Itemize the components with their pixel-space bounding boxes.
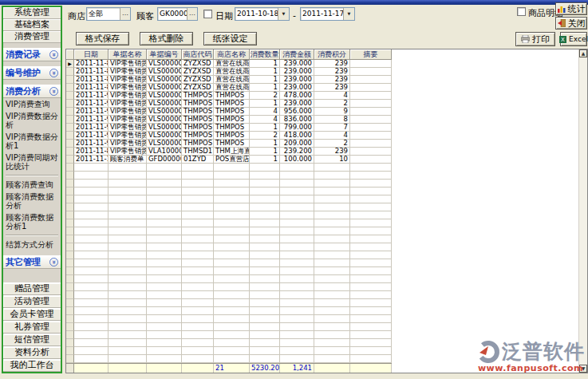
table-row[interactable] — [66, 315, 392, 323]
row-selector[interactable] — [66, 251, 74, 259]
row-selector[interactable]: ▶ — [66, 60, 74, 68]
table-row[interactable] — [66, 283, 392, 291]
row-selector[interactable] — [66, 195, 74, 203]
table-row[interactable] — [66, 235, 392, 243]
sidebar-item-customer-consume-query[interactable]: 顾客消费查询 — [3, 179, 61, 191]
chevron-collapse-icon[interactable]: » — [49, 258, 58, 266]
table-row[interactable]: 2011-11-8VIP零售销货VLS000001ZYZXSD直营在线商店123… — [66, 68, 392, 76]
format-save-button[interactable]: 格式保存 — [76, 32, 129, 45]
format-delete-button[interactable]: 格式删除 — [140, 32, 193, 45]
row-selector[interactable] — [66, 108, 74, 116]
row-selector[interactable] — [66, 291, 74, 299]
customer-input[interactable]: GK000001[大名 … — [157, 7, 198, 21]
row-selector[interactable] — [66, 323, 74, 331]
row-selector[interactable] — [66, 116, 74, 124]
row-selector[interactable] — [66, 235, 74, 243]
chevron-down-icon[interactable]: ▼ — [343, 8, 354, 20]
close-button[interactable]: 关闭 — [555, 17, 587, 30]
table-row[interactable] — [66, 307, 392, 315]
table-row[interactable]: 2011-11-9VIP零售销货VLS000003THMPOSTHMPOS123… — [66, 100, 392, 108]
chevron-collapse-icon[interactable]: » — [49, 69, 58, 77]
table-row[interactable] — [66, 243, 392, 251]
sidebar-item-customer-consume-data-analysis[interactable]: 顾客消费数据分析 — [3, 191, 61, 211]
sidebar-item-customer-consume-data-analysis1[interactable]: 顾客消费数据分析1 — [3, 211, 61, 232]
column-header[interactable]: 消费金额 — [280, 49, 314, 60]
column-header[interactable]: 摘要 — [350, 49, 392, 60]
sidebar-section-number-maintenance[interactable]: 编号维护 » — [3, 66, 61, 80]
table-row[interactable] — [66, 259, 392, 267]
table-row[interactable] — [66, 331, 392, 339]
sidebar-item-consume-mgmt[interactable]: 消费管理 — [3, 31, 61, 43]
table-row[interactable]: 2011-11-9VIP零售销货VLS000004THMPOSTHMPOS495… — [66, 108, 392, 116]
vertical-scrollbar[interactable]: ▲ ▼ — [578, 49, 587, 373]
row-selector[interactable] — [66, 172, 74, 180]
row-selector[interactable] — [66, 164, 74, 172]
date-filter-checkbox[interactable] — [203, 10, 212, 18]
table-row[interactable] — [66, 299, 392, 307]
sidebar-item-system-mgmt[interactable]: 系统管理 — [3, 7, 61, 19]
chevron-collapse-icon[interactable]: » — [49, 87, 58, 96]
table-row[interactable] — [66, 195, 392, 203]
row-selector[interactable] — [66, 132, 74, 140]
chevron-collapse-icon[interactable]: » — [49, 50, 58, 59]
date-from-combobox[interactable]: 2011-10-18 ▼ — [235, 7, 290, 21]
row-selector[interactable] — [66, 331, 74, 339]
paper-setup-button[interactable]: 纸张设定 — [203, 32, 257, 45]
column-header[interactable]: 日期 — [74, 49, 109, 60]
product-detail-checkbox[interactable] — [517, 7, 526, 16]
table-row[interactable]: ▶2011-11-8VIP零售销货VLS000001ZYZXSD直营在线商店12… — [66, 60, 392, 68]
table-row[interactable]: 2011-11-9VIP零售销货VLS000003THMPOSTHMPOS247… — [66, 92, 392, 100]
table-row[interactable] — [66, 227, 392, 235]
table-row[interactable] — [66, 219, 392, 227]
row-selector[interactable] — [66, 243, 74, 251]
sidebar-item-vip-consume-data-analysis1[interactable]: VIP消费数据分析1 — [3, 131, 61, 152]
row-selector[interactable] — [66, 140, 74, 148]
row-selector[interactable] — [66, 275, 74, 283]
column-header[interactable]: 消费数量 — [250, 49, 280, 60]
scroll-up-icon[interactable]: ▲ — [579, 49, 587, 57]
row-selector[interactable] — [66, 124, 74, 132]
table-row[interactable] — [66, 267, 392, 275]
row-selector[interactable] — [66, 203, 74, 211]
row-selector[interactable] — [66, 76, 74, 84]
row-selector[interactable] — [66, 299, 74, 307]
table-row[interactable] — [66, 355, 392, 363]
sidebar-section-consume-analysis[interactable]: 消费分析 » — [3, 85, 61, 98]
row-selector[interactable] — [66, 315, 74, 323]
column-header[interactable]: 单据名称 — [109, 49, 147, 60]
row-selector[interactable] — [66, 180, 74, 188]
sidebar-item-member-card-mgmt[interactable]: 会员卡管理 — [3, 308, 61, 321]
row-selector[interactable] — [66, 68, 74, 76]
row-selector[interactable] — [66, 267, 74, 275]
column-header[interactable]: 单据编号 — [147, 49, 182, 60]
row-selector[interactable] — [66, 355, 74, 363]
table-row[interactable] — [66, 251, 392, 259]
sidebar-item-vip-consume-query[interactable]: VIP消费查询 — [3, 98, 61, 110]
table-row[interactable] — [66, 347, 392, 355]
table-row[interactable] — [66, 323, 392, 331]
sidebar-item-vip-consume-data-analysis[interactable]: VIP消费数据分析 — [3, 110, 61, 131]
print-button[interactable]: 打印 — [515, 32, 555, 46]
chevron-down-icon[interactable]: ▼ — [278, 8, 289, 20]
row-selector[interactable] — [66, 259, 74, 267]
shop-browse-button[interactable]: … — [120, 8, 130, 20]
row-selector[interactable] — [66, 84, 74, 92]
sidebar-item-basic-archive[interactable]: 基础档案 — [3, 19, 61, 31]
table-row[interactable]: 2011-11-9VIP零售销货VLS000006THMPOSTHMPOS179… — [66, 124, 392, 132]
column-header[interactable]: 商店代码 — [182, 49, 214, 60]
sidebar-item-my-workbench[interactable]: 我的工作台 — [3, 359, 61, 372]
sidebar-item-gift-mgmt[interactable]: 赠品管理 — [3, 282, 61, 295]
table-row[interactable]: 2011-11-9VIP零售销货VLS000006THMPOSTHMPOS241… — [66, 132, 392, 140]
customer-browse-button[interactable]: … — [187, 8, 197, 20]
row-selector[interactable] — [66, 92, 74, 100]
sidebar-item-settlement-analysis[interactable]: 结算方式分析 — [3, 239, 61, 251]
table-row[interactable] — [66, 211, 392, 219]
date-to-combobox[interactable]: 2011-11-17 ▼ — [300, 7, 355, 21]
row-selector[interactable] — [66, 347, 74, 355]
row-selector[interactable] — [66, 307, 74, 315]
table-row[interactable]: 2011-11-9VIP零售销货VLS000005THMPOSTHMPOS483… — [66, 116, 392, 124]
table-row[interactable] — [66, 275, 392, 283]
table-row[interactable] — [66, 203, 392, 211]
row-selector[interactable] — [66, 188, 74, 195]
excel-button[interactable]: X Excel — [560, 32, 587, 46]
